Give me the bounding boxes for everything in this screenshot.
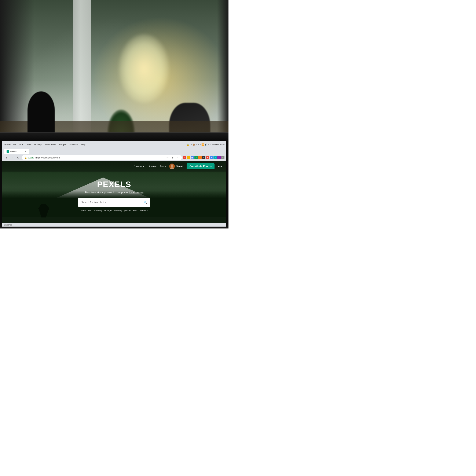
svg-point-0 [171,164,173,167]
pexels-nav: Browse ▾ License Tools [2,161,226,171]
menu-view[interactable]: View [26,143,32,146]
bg-windows-light [119,34,169,103]
forward-button[interactable]: › [10,155,15,160]
screen: hrome File Edit View History Bookmarks P… [2,141,226,227]
search-input[interactable] [81,201,141,204]
address-bar-row: ‹ › ↻ 🔒 Secure https://www.pexels.com ☆ … [2,154,226,161]
todo-icon[interactable]: ✓ [194,156,198,159]
search-tag-blur[interactable]: blur [88,209,92,212]
gmail-icon[interactable]: M [183,156,186,159]
status-text: Searches [4,224,12,226]
pexels-hero: Browse ▾ License Tools [2,161,226,227]
user-avatar[interactable] [169,164,175,169]
secure-badge: 🔒 Secure [24,156,34,159]
svg-point-1 [170,167,174,169]
browser-app-name: hrome [4,143,11,146]
search-tags: house blur training vintage meeting phon… [78,209,150,212]
search-box[interactable]: 🔍 [78,198,150,207]
reader-mode-icon[interactable]: ⊕ [170,156,174,159]
ext-icon-6[interactable]: ● [217,156,221,159]
pexels-nav-links: Browse ▾ License Tools [134,163,222,169]
pexels-hero-content: PEXELS Best free stock photos in one pla… [78,180,150,212]
tab-close-button[interactable]: × [24,150,27,153]
ext-icon-2[interactable]: ● [202,156,205,159]
browser-menu-bar: hrome File Edit View History Bookmarks P… [2,141,226,148]
nav-tools[interactable]: Tools [160,165,166,168]
url-text: https://www.pexels.com [35,156,60,159]
menu-help[interactable]: Help [81,143,85,146]
secure-text: Secure [28,156,34,159]
status-bar: Searches [2,223,226,227]
ext-icon-3[interactable]: ● [206,156,209,159]
pexels-website: Browse ▾ License Tools [2,161,226,227]
address-bar-icons: ☆ ⊕ P [166,156,179,159]
browser-tab-pexels[interactable]: Pexels × [4,149,29,154]
menu-window[interactable]: Window [69,143,78,146]
browse-dropdown-icon: ▾ [143,165,144,168]
browser-right-controls: 🔒 🛡 📦 G S ↕ 📶 🔊 100 % Wed 16:15 [187,143,224,146]
bookmark-icon[interactable]: ☆ [166,156,170,159]
search-tag-house[interactable]: house [80,209,86,212]
monitor-bezel: hrome File Edit View History Bookmarks P… [0,133,228,228]
menu-file[interactable]: File [13,143,17,146]
ext-icon-7[interactable]: ● [221,156,224,159]
search-tag-training[interactable]: training [94,209,102,212]
back-button[interactable]: ‹ [4,155,9,160]
pexels-logo: PEXELS [78,180,150,189]
tagline-text: Best free stock photos in one place. [85,191,129,194]
search-icon: 🔍 [144,201,147,204]
calendar-icon[interactable]: 📅 [191,156,194,159]
menu-edit[interactable]: Edit [19,143,23,146]
learn-more-link[interactable]: Learn more [130,191,143,194]
search-tag-phone[interactable]: phone [124,209,131,212]
menu-history[interactable]: History [34,143,41,146]
reload-button[interactable]: ↻ [16,155,20,160]
contribute-photos-button[interactable]: Contribute Photos [187,163,215,169]
nav-browse[interactable]: Browse ▾ [134,165,144,168]
google-icon[interactable]: G [187,156,190,159]
search-tag-vintage[interactable]: vintage [104,209,112,212]
battery-indicator: 🔒 🛡 📦 G S ↕ 📶 🔊 100 % Wed 16:15 [187,143,224,146]
pinterest-icon[interactable]: P [175,156,179,159]
tab-bar: Pexels × [2,148,226,154]
nav-user: Daniel [169,164,183,169]
ext-icon-5[interactable]: ● [213,156,217,159]
lock-icon: 🔒 [24,156,27,159]
menu-bookmarks[interactable]: Bookmarks [45,143,56,146]
extension-icons: M G 📅 ✓ ● ● ● ● ● ● ● [183,156,224,159]
search-tag-wood[interactable]: wood [133,209,138,212]
browse-label: Browse [134,165,142,168]
nav-license[interactable]: License [148,165,156,168]
search-tag-meeting[interactable]: meeting [114,209,122,212]
menu-people[interactable]: People [59,143,67,146]
user-name[interactable]: Daniel [176,165,183,168]
tab-favicon [7,150,9,153]
ext-icon-1[interactable]: ● [198,156,202,159]
ext-icon-4[interactable]: ● [210,156,213,159]
browser-menu: File Edit View History Bookmarks People … [13,143,85,146]
nav-more-button[interactable]: ••• [218,164,222,169]
search-tag-more[interactable]: more → [140,209,149,212]
pexels-tagline: Best free stock photos in one place. Lea… [78,191,150,194]
tab-title: Pexels [10,151,17,153]
address-bar[interactable]: 🔒 Secure https://www.pexels.com ☆ ⊕ P [22,155,182,160]
